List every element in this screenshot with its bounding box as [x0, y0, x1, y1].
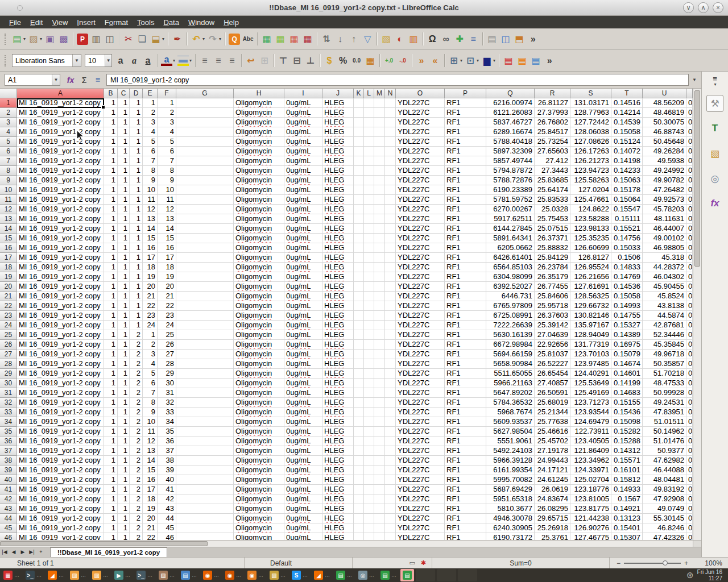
cell[interactable] [354, 456, 364, 465]
cell[interactable] [374, 533, 385, 540]
cell[interactable]: 1 [130, 108, 143, 118]
cell[interactable] [176, 465, 234, 475]
taskbar-item-matlab-window-2[interactable]: ◢… [312, 569, 332, 581]
cell[interactable]: Oligomycin [234, 330, 284, 340]
cell[interactable]: 6289.16674 [486, 127, 535, 137]
cell[interactable]: 124.33971 [570, 465, 611, 475]
cell[interactable]: 0ug/mL [284, 533, 322, 540]
cell[interactable]: 14 [143, 224, 158, 234]
cell[interactable]: 47.42326 [643, 533, 686, 540]
cell[interactable]: MI 16_0919_yor1-2 copy [17, 166, 104, 176]
cell[interactable]: MI 16_0919_yor1-2 copy [17, 127, 104, 137]
cell[interactable]: YDL227C [396, 446, 445, 456]
cell[interactable]: HLEG [322, 456, 354, 465]
cell[interactable]: YDL227C [396, 436, 445, 446]
cell[interactable]: 1 [118, 436, 130, 446]
cell[interactable]: 1 [118, 98, 130, 108]
cell[interactable]: RF1 [445, 485, 486, 494]
cell[interactable]: MI 16_0919_yor1-2 copy [17, 514, 104, 523]
cell[interactable]: Oligomycin [234, 118, 284, 127]
open-button[interactable]: ▨▾ [27, 32, 43, 47]
insert-column-button[interactable]: ▦ [274, 32, 287, 47]
cell[interactable]: 0ug/mL [284, 137, 322, 147]
cell[interactable] [364, 98, 374, 108]
cell[interactable] [385, 282, 396, 292]
sum-icon[interactable]: Σ [77, 74, 91, 86]
cell[interactable]: YDL227C [396, 475, 445, 485]
cell[interactable]: 10 [143, 417, 158, 427]
borders-button[interactable]: ⊞▾ [447, 53, 464, 68]
cell[interactable]: 124.8622 [570, 205, 611, 214]
cell[interactable]: 35 [158, 427, 176, 436]
cell[interactable]: HLEG [322, 398, 354, 408]
cell[interactable]: 23 [158, 311, 176, 321]
cell[interactable]: 0. [686, 350, 693, 359]
cell[interactable]: 0. [686, 234, 693, 243]
font-size-input[interactable] [85, 57, 105, 65]
cell[interactable]: MI 16_0919_yor1-2 copy [17, 176, 104, 185]
cell[interactable]: 5551.9061 [486, 436, 535, 446]
cell[interactable] [385, 359, 396, 369]
zoom-level[interactable]: 100% [695, 559, 728, 567]
cell[interactable]: RF1 [445, 475, 486, 485]
cell[interactable]: 13 [143, 446, 158, 456]
cell[interactable]: 47.83951 [643, 408, 686, 417]
cell[interactable]: 25.64174 [535, 185, 570, 195]
cell[interactable]: 1 [104, 465, 118, 475]
cell[interactable]: 1 [143, 98, 158, 108]
cell[interactable]: 1 [104, 263, 118, 272]
cell[interactable] [176, 156, 234, 166]
cell[interactable]: 14 [143, 456, 158, 465]
cell[interactable]: 6304.98099 [486, 272, 535, 282]
paste-dropdown-icon[interactable]: ▾ [162, 36, 164, 41]
cell[interactable] [385, 214, 396, 224]
cell[interactable]: RF1 [445, 417, 486, 427]
cell[interactable]: 25 [158, 330, 176, 340]
cell[interactable]: 125.35235 [570, 234, 611, 243]
cell[interactable]: Oligomycin [234, 214, 284, 224]
cell[interactable] [354, 465, 364, 475]
cell[interactable]: 0.15155 [611, 398, 643, 408]
cell[interactable]: 3 [143, 350, 158, 359]
cell[interactable] [354, 446, 364, 456]
redo-button[interactable]: ↷▾ [206, 32, 222, 47]
cell[interactable]: MI 16_0919_yor1-2 copy [17, 185, 104, 195]
cell[interactable]: 122.73911 [570, 427, 611, 436]
cell[interactable]: 8 [143, 398, 158, 408]
cell[interactable]: 6426.61401 [486, 253, 535, 263]
taskbar-item-firefox-window-2[interactable]: ◉… [223, 569, 243, 581]
cell[interactable] [385, 504, 396, 514]
cell[interactable]: Oligomycin [234, 292, 284, 301]
taskbar-item-firefox-window[interactable]: ◉… [201, 569, 221, 581]
conditional-color-scale-button[interactable]: ▤ [515, 53, 529, 68]
cell[interactable]: 1 [104, 156, 118, 166]
cell[interactable]: 49.26284 [643, 147, 686, 156]
cell[interactable] [385, 243, 396, 253]
cell[interactable]: 22 [143, 533, 158, 540]
cell[interactable]: 48.11631 [643, 214, 686, 224]
cell[interactable]: Oligomycin [234, 475, 284, 485]
font-size-dropdown-icon[interactable]: ▼ [105, 55, 111, 66]
cell[interactable]: 46.8246 [643, 523, 686, 533]
cell[interactable]: MI 16_0919_yor1-2 copy [17, 350, 104, 359]
taskbar-item-archive-window[interactable]: ▨… [156, 569, 177, 581]
cell[interactable]: 0. [686, 359, 693, 369]
cell[interactable]: 0ug/mL [284, 465, 322, 475]
cell[interactable]: 0.15178 [611, 185, 643, 195]
row-header-18[interactable]: 18 [0, 263, 17, 272]
font-size-combo[interactable]: ▼ [85, 54, 112, 67]
cell[interactable]: 4 [143, 359, 158, 369]
cell[interactable] [176, 185, 234, 195]
cell[interactable]: YDL227C [396, 156, 445, 166]
cell[interactable]: HLEG [322, 523, 354, 533]
cell[interactable]: 15 [158, 234, 176, 243]
cell[interactable]: YDL227C [396, 195, 445, 205]
cell[interactable]: Oligomycin [234, 176, 284, 185]
cell[interactable]: 0. [686, 485, 693, 494]
row-header-29[interactable]: 29 [0, 369, 17, 379]
borders-dropdown-icon[interactable]: ▾ [460, 58, 462, 63]
cell[interactable]: 1 [130, 205, 143, 214]
cell[interactable]: MI 16_0919_yor1-2 copy [17, 234, 104, 243]
cell[interactable]: 123.97485 [570, 359, 611, 369]
paste-button[interactable]: ⬓▾ [149, 32, 166, 47]
